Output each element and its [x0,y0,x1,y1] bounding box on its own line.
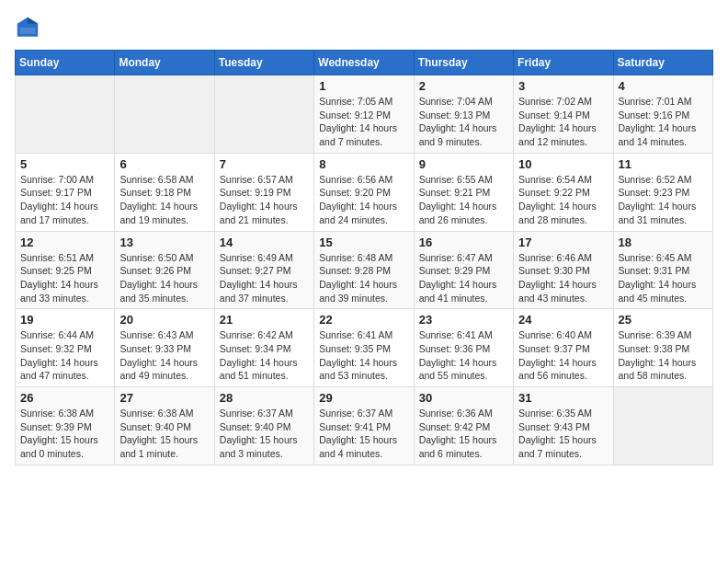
weekday-header: Monday [115,51,214,75]
day-number: 4 [619,79,708,93]
day-number: 1 [319,79,408,93]
day-info: Sunrise: 7:00 AMSunset: 9:17 PMDaylight:… [20,173,109,227]
day-info: Sunrise: 6:43 AMSunset: 9:33 PMDaylight:… [119,328,209,383]
calendar-cell: 28Sunrise: 6:37 AMSunset: 9:40 PMDayligh… [214,387,313,465]
day-info: Sunrise: 6:47 AMSunset: 9:29 PMDaylight:… [419,251,508,305]
day-info: Sunrise: 6:46 AMSunset: 9:30 PMDaylight:… [518,251,608,305]
day-info: Sunrise: 6:40 AMSunset: 9:37 PMDaylight:… [518,328,608,383]
day-number: 20 [119,313,209,327]
calendar-cell: 14Sunrise: 6:49 AMSunset: 9:27 PMDayligh… [214,231,313,309]
day-info: Sunrise: 6:49 AMSunset: 9:27 PMDaylight:… [220,251,309,305]
calendar-cell [16,75,115,154]
calendar-cell: 12Sunrise: 6:51 AMSunset: 9:25 PMDayligh… [16,231,115,309]
svg-rect-2 [20,28,36,34]
day-info: Sunrise: 6:38 AMSunset: 9:39 PMDaylight:… [20,407,109,461]
day-number: 7 [220,157,309,171]
weekday-header: Thursday [414,51,513,75]
calendar-cell: 23Sunrise: 6:41 AMSunset: 9:36 PMDayligh… [414,309,513,387]
day-info: Sunrise: 6:35 AMSunset: 9:43 PMDaylight:… [518,407,608,461]
day-info: Sunrise: 6:57 AMSunset: 9:19 PMDaylight:… [220,173,309,227]
calendar-cell: 6Sunrise: 6:58 AMSunset: 9:18 PMDaylight… [115,153,214,231]
logo-icon [15,15,40,40]
day-number: 17 [518,236,608,249]
day-number: 14 [220,236,309,249]
day-number: 10 [518,157,608,171]
day-number: 29 [319,391,408,405]
day-number: 13 [119,236,209,249]
day-info: Sunrise: 6:41 AMSunset: 9:35 PMDaylight:… [319,328,408,383]
day-number: 8 [319,157,408,171]
calendar-cell: 25Sunrise: 6:39 AMSunset: 9:38 PMDayligh… [613,309,712,387]
day-info: Sunrise: 6:38 AMSunset: 9:40 PMDaylight:… [119,407,209,461]
calendar-cell: 8Sunrise: 6:56 AMSunset: 9:20 PMDaylight… [314,153,414,231]
weekday-header: Friday [514,51,613,75]
calendar-header: SundayMondayTuesdayWednesdayThursdayFrid… [16,51,713,75]
day-number: 21 [220,313,309,327]
day-number: 5 [20,157,109,171]
calendar-cell: 18Sunrise: 6:45 AMSunset: 9:31 PMDayligh… [613,231,712,309]
calendar-cell: 16Sunrise: 6:47 AMSunset: 9:29 PMDayligh… [414,231,513,309]
calendar-cell: 5Sunrise: 7:00 AMSunset: 9:17 PMDaylight… [16,153,115,231]
calendar-cell: 15Sunrise: 6:48 AMSunset: 9:28 PMDayligh… [314,231,414,309]
day-number: 12 [20,236,109,249]
day-number: 19 [20,313,109,327]
calendar-cell: 13Sunrise: 6:50 AMSunset: 9:26 PMDayligh… [115,231,214,309]
day-number: 11 [619,157,708,171]
calendar-cell: 17Sunrise: 6:46 AMSunset: 9:30 PMDayligh… [514,231,613,309]
calendar-cell [613,387,712,465]
calendar-cell: 31Sunrise: 6:35 AMSunset: 9:43 PMDayligh… [514,387,613,465]
calendar-cell: 1Sunrise: 7:05 AMSunset: 9:12 PMDaylight… [314,75,414,154]
day-info: Sunrise: 6:54 AMSunset: 9:22 PMDaylight:… [518,173,608,227]
calendar-cell: 9Sunrise: 6:55 AMSunset: 9:21 PMDaylight… [414,153,513,231]
logo [15,15,44,40]
day-info: Sunrise: 6:36 AMSunset: 9:42 PMDaylight:… [419,407,508,461]
calendar-cell: 24Sunrise: 6:40 AMSunset: 9:37 PMDayligh… [514,309,613,387]
day-info: Sunrise: 6:41 AMSunset: 9:36 PMDaylight:… [419,328,508,383]
day-info: Sunrise: 6:50 AMSunset: 9:26 PMDaylight:… [119,251,209,305]
day-number: 24 [518,313,608,327]
calendar-table: SundayMondayTuesdayWednesdayThursdayFrid… [15,50,713,465]
day-info: Sunrise: 6:58 AMSunset: 9:18 PMDaylight:… [119,173,209,227]
day-number: 6 [119,157,209,171]
day-number: 28 [220,391,309,405]
calendar-cell: 10Sunrise: 6:54 AMSunset: 9:22 PMDayligh… [514,153,613,231]
day-info: Sunrise: 7:04 AMSunset: 9:13 PMDaylight:… [419,95,508,149]
day-info: Sunrise: 7:02 AMSunset: 9:14 PMDaylight:… [518,95,608,149]
calendar-cell: 20Sunrise: 6:43 AMSunset: 9:33 PMDayligh… [115,309,214,387]
day-info: Sunrise: 7:01 AMSunset: 9:16 PMDaylight:… [619,95,708,149]
day-number: 2 [419,79,508,93]
calendar-cell: 27Sunrise: 6:38 AMSunset: 9:40 PMDayligh… [115,387,214,465]
day-info: Sunrise: 6:42 AMSunset: 9:34 PMDaylight:… [220,328,309,383]
day-number: 16 [419,236,508,249]
calendar-cell: 26Sunrise: 6:38 AMSunset: 9:39 PMDayligh… [16,387,115,465]
calendar-cell: 29Sunrise: 6:37 AMSunset: 9:41 PMDayligh… [314,387,414,465]
calendar-cell: 11Sunrise: 6:52 AMSunset: 9:23 PMDayligh… [613,153,712,231]
day-number: 18 [619,236,708,249]
day-number: 26 [20,391,109,405]
day-number: 31 [518,391,608,405]
day-number: 30 [419,391,508,405]
page-header [15,15,713,40]
day-info: Sunrise: 6:56 AMSunset: 9:20 PMDaylight:… [319,173,408,227]
day-info: Sunrise: 6:48 AMSunset: 9:28 PMDaylight:… [319,251,408,305]
calendar-cell: 19Sunrise: 6:44 AMSunset: 9:32 PMDayligh… [16,309,115,387]
day-info: Sunrise: 6:44 AMSunset: 9:32 PMDaylight:… [20,328,109,383]
day-info: Sunrise: 6:55 AMSunset: 9:21 PMDaylight:… [419,173,508,227]
day-info: Sunrise: 6:45 AMSunset: 9:31 PMDaylight:… [619,251,708,305]
day-info: Sunrise: 6:52 AMSunset: 9:23 PMDaylight:… [619,173,708,227]
day-info: Sunrise: 6:51 AMSunset: 9:25 PMDaylight:… [20,251,109,305]
calendar-cell: 22Sunrise: 6:41 AMSunset: 9:35 PMDayligh… [314,309,414,387]
day-info: Sunrise: 6:37 AMSunset: 9:40 PMDaylight:… [220,407,309,461]
calendar-cell [214,75,313,154]
day-info: Sunrise: 6:39 AMSunset: 9:38 PMDaylight:… [619,328,708,383]
day-number: 15 [319,236,408,249]
calendar-cell: 3Sunrise: 7:02 AMSunset: 9:14 PMDaylight… [514,75,613,154]
day-number: 23 [419,313,508,327]
day-info: Sunrise: 6:37 AMSunset: 9:41 PMDaylight:… [319,407,408,461]
calendar-cell: 21Sunrise: 6:42 AMSunset: 9:34 PMDayligh… [214,309,313,387]
day-number: 25 [619,313,708,327]
calendar-cell [115,75,214,154]
calendar-cell: 2Sunrise: 7:04 AMSunset: 9:13 PMDaylight… [414,75,513,154]
calendar-cell: 7Sunrise: 6:57 AMSunset: 9:19 PMDaylight… [214,153,313,231]
svg-marker-1 [28,17,38,24]
